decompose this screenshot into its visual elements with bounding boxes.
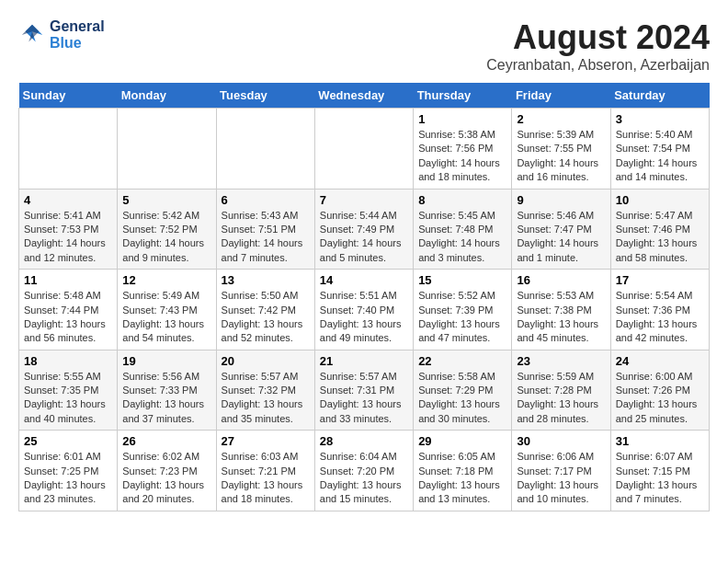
day-info: Sunrise: 5:48 AMSunset: 7:44 PMDaylight:… <box>24 289 112 346</box>
day-number: 7 <box>320 193 408 207</box>
calendar-subtitle: Ceyranbatan, Abseron, Azerbaijan <box>486 57 710 74</box>
calendar-title: August 2024 <box>486 18 710 57</box>
calendar-cell <box>19 109 118 190</box>
weekday-header-tuesday: Tuesday <box>216 83 314 109</box>
day-info: Sunrise: 5:58 AMSunset: 7:29 PMDaylight:… <box>418 370 506 427</box>
day-number: 4 <box>24 193 112 207</box>
day-info: Sunrise: 5:47 AMSunset: 7:46 PMDaylight:… <box>616 209 704 266</box>
logo-text-general: General <box>50 18 105 35</box>
week-row-4: 18Sunrise: 5:55 AMSunset: 7:35 PMDayligh… <box>19 350 710 431</box>
calendar-cell <box>314 109 413 190</box>
day-number: 2 <box>517 112 605 126</box>
weekday-header-row: SundayMondayTuesdayWednesdayThursdayFrid… <box>19 83 710 109</box>
day-info: Sunrise: 5:45 AMSunset: 7:48 PMDaylight:… <box>418 209 506 266</box>
weekday-header-wednesday: Wednesday <box>314 83 413 109</box>
calendar-table: SundayMondayTuesdayWednesdayThursdayFrid… <box>18 83 710 511</box>
day-info: Sunrise: 5:59 AMSunset: 7:28 PMDaylight:… <box>517 370 605 427</box>
calendar-cell: 23Sunrise: 5:59 AMSunset: 7:28 PMDayligh… <box>512 350 610 431</box>
day-number: 27 <box>222 434 310 448</box>
day-info: Sunrise: 6:00 AMSunset: 7:26 PMDaylight:… <box>616 370 704 427</box>
day-info: Sunrise: 5:56 AMSunset: 7:33 PMDaylight:… <box>122 370 210 427</box>
day-info: Sunrise: 5:41 AMSunset: 7:53 PMDaylight:… <box>24 209 112 266</box>
calendar-cell: 30Sunrise: 6:06 AMSunset: 7:17 PMDayligh… <box>512 431 610 511</box>
calendar-cell: 24Sunrise: 6:00 AMSunset: 7:26 PMDayligh… <box>610 350 709 431</box>
calendar-cell: 2Sunrise: 5:39 AMSunset: 7:55 PMDaylight… <box>512 109 610 190</box>
calendar-cell: 21Sunrise: 5:57 AMSunset: 7:31 PMDayligh… <box>314 350 413 431</box>
day-number: 18 <box>24 354 112 368</box>
day-number: 30 <box>517 434 605 448</box>
day-number: 8 <box>418 193 506 207</box>
calendar-cell: 11Sunrise: 5:48 AMSunset: 7:44 PMDayligh… <box>19 270 118 350</box>
weekday-header-sunday: Sunday <box>19 83 118 109</box>
calendar-cell: 13Sunrise: 5:50 AMSunset: 7:42 PMDayligh… <box>216 270 314 350</box>
calendar-cell: 14Sunrise: 5:51 AMSunset: 7:40 PMDayligh… <box>314 270 413 350</box>
day-info: Sunrise: 5:38 AMSunset: 7:56 PMDaylight:… <box>418 128 506 185</box>
day-number: 31 <box>616 434 704 448</box>
day-number: 14 <box>320 273 408 287</box>
calendar-cell: 31Sunrise: 6:07 AMSunset: 7:15 PMDayligh… <box>610 431 709 511</box>
day-info: Sunrise: 5:42 AMSunset: 7:52 PMDaylight:… <box>122 209 210 266</box>
calendar-cell: 1Sunrise: 5:38 AMSunset: 7:56 PMDaylight… <box>414 109 512 190</box>
day-number: 25 <box>24 434 112 448</box>
week-row-3: 11Sunrise: 5:48 AMSunset: 7:44 PMDayligh… <box>19 270 710 350</box>
calendar-cell <box>216 109 314 190</box>
day-number: 3 <box>616 112 704 126</box>
weekday-header-saturday: Saturday <box>610 83 709 109</box>
week-row-1: 1Sunrise: 5:38 AMSunset: 7:56 PMDaylight… <box>19 109 710 190</box>
day-number: 29 <box>418 434 506 448</box>
day-number: 24 <box>616 354 704 368</box>
day-info: Sunrise: 6:04 AMSunset: 7:20 PMDaylight:… <box>320 450 408 507</box>
calendar-cell: 16Sunrise: 5:53 AMSunset: 7:38 PMDayligh… <box>512 270 610 350</box>
day-number: 21 <box>320 354 408 368</box>
calendar-cell: 15Sunrise: 5:52 AMSunset: 7:39 PMDayligh… <box>414 270 512 350</box>
calendar-cell: 20Sunrise: 5:57 AMSunset: 7:32 PMDayligh… <box>216 350 314 431</box>
day-number: 22 <box>418 354 506 368</box>
day-number: 19 <box>122 354 210 368</box>
day-info: Sunrise: 6:03 AMSunset: 7:21 PMDaylight:… <box>222 450 310 507</box>
calendar-cell: 25Sunrise: 6:01 AMSunset: 7:25 PMDayligh… <box>19 431 118 511</box>
calendar-cell: 18Sunrise: 5:55 AMSunset: 7:35 PMDayligh… <box>19 350 118 431</box>
day-number: 23 <box>517 354 605 368</box>
day-number: 17 <box>616 273 704 287</box>
logo-icon <box>18 21 46 49</box>
weekday-header-thursday: Thursday <box>414 83 512 109</box>
weekday-header-friday: Friday <box>512 83 610 109</box>
day-info: Sunrise: 5:55 AMSunset: 7:35 PMDaylight:… <box>24 370 112 427</box>
calendar-cell: 5Sunrise: 5:42 AMSunset: 7:52 PMDaylight… <box>118 189 216 270</box>
week-row-2: 4Sunrise: 5:41 AMSunset: 7:53 PMDaylight… <box>19 189 710 270</box>
day-number: 20 <box>222 354 310 368</box>
weekday-header-monday: Monday <box>118 83 216 109</box>
day-number: 15 <box>418 273 506 287</box>
day-number: 6 <box>222 193 310 207</box>
calendar-cell: 10Sunrise: 5:47 AMSunset: 7:46 PMDayligh… <box>610 189 709 270</box>
title-block: August 2024 Ceyranbatan, Abseron, Azerba… <box>486 18 710 74</box>
calendar-cell: 17Sunrise: 5:54 AMSunset: 7:36 PMDayligh… <box>610 270 709 350</box>
calendar-cell: 27Sunrise: 6:03 AMSunset: 7:21 PMDayligh… <box>216 431 314 511</box>
day-number: 13 <box>222 273 310 287</box>
day-info: Sunrise: 5:43 AMSunset: 7:51 PMDaylight:… <box>222 209 310 266</box>
day-number: 10 <box>616 193 704 207</box>
day-number: 16 <box>517 273 605 287</box>
day-info: Sunrise: 5:50 AMSunset: 7:42 PMDaylight:… <box>222 289 310 346</box>
calendar-cell: 7Sunrise: 5:44 AMSunset: 7:49 PMDaylight… <box>314 189 413 270</box>
calendar-cell <box>118 109 216 190</box>
day-info: Sunrise: 5:57 AMSunset: 7:31 PMDaylight:… <box>320 370 408 427</box>
day-info: Sunrise: 5:57 AMSunset: 7:32 PMDaylight:… <box>222 370 310 427</box>
day-info: Sunrise: 5:39 AMSunset: 7:55 PMDaylight:… <box>517 128 605 185</box>
calendar-cell: 9Sunrise: 5:46 AMSunset: 7:47 PMDaylight… <box>512 189 610 270</box>
logo: General Blue <box>18 18 105 52</box>
calendar-cell: 3Sunrise: 5:40 AMSunset: 7:54 PMDaylight… <box>610 109 709 190</box>
day-info: Sunrise: 6:05 AMSunset: 7:18 PMDaylight:… <box>418 450 506 507</box>
day-info: Sunrise: 6:01 AMSunset: 7:25 PMDaylight:… <box>24 450 112 507</box>
day-info: Sunrise: 6:06 AMSunset: 7:17 PMDaylight:… <box>517 450 605 507</box>
day-number: 26 <box>122 434 210 448</box>
logo-text-blue: Blue <box>50 35 105 52</box>
calendar-cell: 8Sunrise: 5:45 AMSunset: 7:48 PMDaylight… <box>414 189 512 270</box>
day-info: Sunrise: 5:52 AMSunset: 7:39 PMDaylight:… <box>418 289 506 346</box>
calendar-cell: 22Sunrise: 5:58 AMSunset: 7:29 PMDayligh… <box>414 350 512 431</box>
day-info: Sunrise: 6:02 AMSunset: 7:23 PMDaylight:… <box>122 450 210 507</box>
calendar-cell: 4Sunrise: 5:41 AMSunset: 7:53 PMDaylight… <box>19 189 118 270</box>
day-info: Sunrise: 5:54 AMSunset: 7:36 PMDaylight:… <box>616 289 704 346</box>
day-info: Sunrise: 5:40 AMSunset: 7:54 PMDaylight:… <box>616 128 704 185</box>
calendar-cell: 19Sunrise: 5:56 AMSunset: 7:33 PMDayligh… <box>118 350 216 431</box>
